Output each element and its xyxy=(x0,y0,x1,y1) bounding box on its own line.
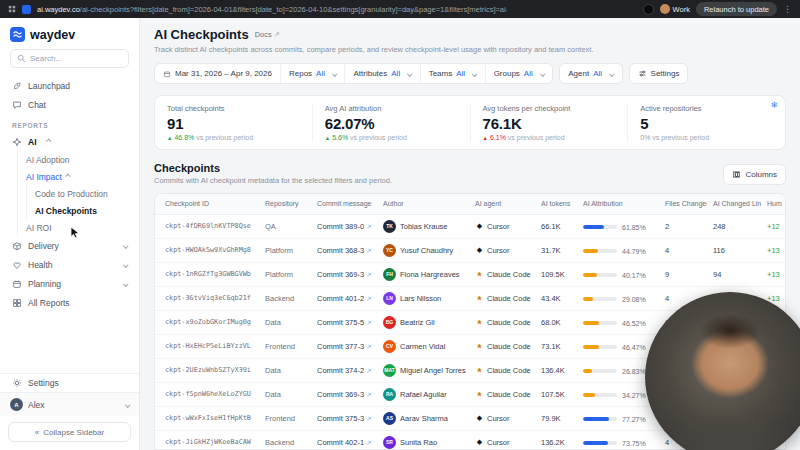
user-menu[interactable]: A Alex xyxy=(0,392,139,416)
column-header-author[interactable]: Author xyxy=(377,194,469,214)
sidebar-item-label: Planning xyxy=(28,279,61,289)
repository-cell: Frontend xyxy=(259,406,311,430)
browser-profile-chip[interactable]: Work xyxy=(660,4,690,14)
metric-total-checkpoints: Total checkpoints 91 ▲ 46.8% vs previous… xyxy=(155,103,312,142)
commit-link[interactable]: Commit 401-2↗ xyxy=(311,286,377,310)
columns-button[interactable]: Columns xyxy=(723,164,786,185)
sidebar-item-code-to-production[interactable]: Code to Production xyxy=(27,185,139,202)
sidebar-item-ai-checkpoints[interactable]: AI Checkpoints xyxy=(27,202,139,219)
sidebar-item-ai-adoption[interactable]: AI Adoption xyxy=(18,151,139,168)
commit-link[interactable]: Commit 369-3↗ xyxy=(311,382,377,406)
column-header-ai-attribution[interactable]: AI Attribution xyxy=(577,194,659,214)
teams-filter[interactable]: TeamsAll xyxy=(420,64,485,83)
column-header-checkpoint-id[interactable]: Checkpoint ID xyxy=(155,194,259,214)
column-header-files-changed[interactable]: Files Changed xyxy=(659,194,707,214)
sidebar-item-health[interactable]: Health xyxy=(0,255,139,274)
external-link-icon: ↗ xyxy=(366,247,371,254)
commit-link[interactable]: Commit 374-2↗ xyxy=(311,358,377,382)
ai-changed-lines-cell: 248 xyxy=(707,214,761,238)
attribution-bar-fill xyxy=(583,441,608,445)
table-row[interactable]: ckpt-HWOAk5w9XvGhRMg8 Platform Commit 36… xyxy=(155,238,786,262)
address-bar[interactable]: ai.waydev.co/ai-checkpoints?filters[date… xyxy=(37,5,507,14)
sliders-icon xyxy=(638,69,647,78)
commit-link[interactable]: Commit 375-5↗ xyxy=(311,310,377,334)
avatar: LN xyxy=(383,292,396,305)
health-heart-icon xyxy=(12,260,22,270)
collapse-sidebar-button[interactable]: « Collapse Sidebar xyxy=(8,422,131,442)
commit-link[interactable]: Commit 375-3↗ xyxy=(311,406,377,430)
docs-label: Docs xyxy=(255,30,272,39)
attributes-filter[interactable]: AttributesAll xyxy=(344,64,419,83)
attribution-percent: 40.17% xyxy=(622,271,646,278)
attribution-bar xyxy=(583,345,617,349)
attribution-bar-fill xyxy=(583,249,598,253)
commit-link[interactable]: Commit 368-3↗ xyxy=(311,238,377,262)
filter-label: Agent xyxy=(568,69,589,78)
commit-link[interactable]: Commit 402-1↗ xyxy=(311,430,377,450)
column-header-ai-changed-lines[interactable]: AI Changed Lines xyxy=(707,194,761,214)
ai-tokens-cell: 68.0K xyxy=(535,310,577,334)
repository-cell: QA xyxy=(259,214,311,238)
tab-grid-icon[interactable] xyxy=(8,5,16,13)
browser-menu-icon[interactable]: ⋮ xyxy=(783,5,792,14)
delta-value: 46.8% xyxy=(174,134,194,141)
settings-button[interactable]: Settings xyxy=(629,63,689,84)
snowflake-icon[interactable]: ❄ xyxy=(770,100,778,110)
gear-icon xyxy=(12,378,22,388)
date-range-picker[interactable]: Mar 31, 2026 – Apr 9, 2026 xyxy=(155,64,280,83)
sidebar-item-settings[interactable]: Settings xyxy=(0,373,139,392)
sidebar-item-all-reports[interactable]: All Reports xyxy=(0,293,139,312)
sidebar-item-chat[interactable]: Chat xyxy=(0,95,139,114)
ai-agent-cell: ◆Cursor xyxy=(469,430,535,450)
author-cell: CVCarmen Vidal xyxy=(377,334,469,358)
url-domain: ai.waydev.co xyxy=(37,5,80,14)
sidebar-item-planning[interactable]: Planning xyxy=(0,274,139,293)
grid-icon xyxy=(12,298,22,308)
commit-message: Commit 402-1 xyxy=(317,438,364,447)
agent-filter[interactable]: AgentAll xyxy=(559,63,622,84)
delta-compare: vs previous period xyxy=(196,134,253,141)
repository-cell: Data xyxy=(259,310,311,334)
avatar: YC xyxy=(383,244,396,257)
human-lines-cell: +13 xyxy=(761,262,786,286)
avatar: BG xyxy=(383,316,396,329)
sidebar-item-ai-impact[interactable]: AI Impact xyxy=(18,168,139,185)
attribution-bar-fill xyxy=(583,273,597,277)
commit-link[interactable]: Commit 369-3↗ xyxy=(311,262,377,286)
table-header-row: Checkpoint ID Repository Commit message … xyxy=(155,194,786,214)
column-header-repository[interactable]: Repository xyxy=(259,194,311,214)
relaunch-update-button[interactable]: Relaunch to update xyxy=(696,2,777,16)
sidebar-bottom: Settings A Alex « Collapse Sidebar xyxy=(0,373,139,450)
table-row[interactable]: ckpt-1nRGZfTg3GWBGVWb Platform Commit 36… xyxy=(155,262,786,286)
author-name: Rafael Aguilar xyxy=(400,390,447,399)
sidebar-search[interactable] xyxy=(10,49,129,68)
checkpoint-id: ckpt-JiGkHZjWKoeBaCAW xyxy=(155,430,259,450)
ai-attribution-cell: 77.27% xyxy=(577,406,659,430)
column-header-human-lines[interactable]: Hum xyxy=(761,194,786,214)
search-input[interactable] xyxy=(30,54,122,63)
commit-link[interactable]: Commit 377-3↗ xyxy=(311,334,377,358)
sidebar-item-launchpad[interactable]: Launchpad xyxy=(0,76,139,95)
column-header-ai-agent[interactable]: AI agent xyxy=(469,194,535,214)
mouse-cursor xyxy=(70,226,80,239)
extensions-icon[interactable] xyxy=(643,4,654,15)
groups-filter[interactable]: GroupsAll xyxy=(485,64,553,83)
ai-changed-lines-cell: 116 xyxy=(707,238,761,262)
column-header-commit-message[interactable]: Commit message xyxy=(311,194,377,214)
docs-link[interactable]: Docs ↗ xyxy=(255,30,280,39)
filter-label: Groups xyxy=(494,69,520,78)
external-link-icon: ↗ xyxy=(366,223,371,230)
column-header-ai-tokens[interactable]: AI tokens xyxy=(535,194,577,214)
settings-label: Settings xyxy=(651,69,680,78)
table-row[interactable]: ckpt-4fDR69lnKVTP8Qse QA Commit 389-0↗ T… xyxy=(155,214,786,238)
url-path: /ai-checkpoints?filters[date_from]=2026-… xyxy=(80,5,507,14)
commit-link[interactable]: Commit 389-0↗ xyxy=(311,214,377,238)
repos-filter[interactable]: ReposAll xyxy=(280,64,345,83)
metric-delta: ▲ 5.6% vs previous period xyxy=(325,134,458,141)
agent-name: Claude Code xyxy=(487,318,531,327)
waydev-logo[interactable]: waydev xyxy=(0,18,139,49)
external-link-icon: ↗ xyxy=(366,295,371,302)
sidebar-item-ai[interactable]: AI xyxy=(0,132,139,151)
chevron-down-icon xyxy=(123,281,128,286)
chevron-down-icon xyxy=(609,71,614,76)
